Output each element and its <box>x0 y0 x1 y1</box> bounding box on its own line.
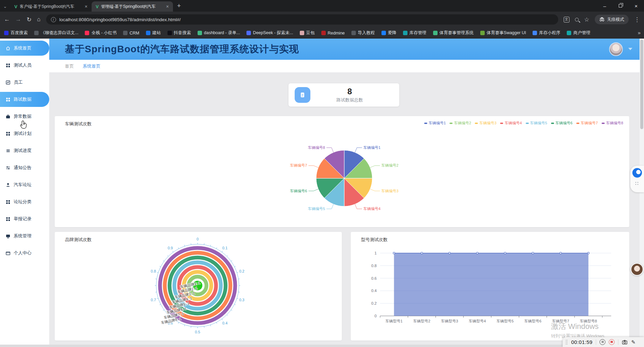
bookmark-favicon-icon <box>351 31 356 35</box>
assistant-logo-icon[interactable] <box>632 168 642 178</box>
sidebar-item-通知公告[interactable]: 通知公告 <box>0 160 49 175</box>
list-icon <box>5 148 11 153</box>
avatar-dropdown-caret-icon[interactable] <box>628 48 632 50</box>
floating-avatar[interactable] <box>631 263 643 276</box>
bookmark-label: 《聊斋志异白话文... <box>41 30 78 36</box>
minimize-button[interactable]: – <box>597 0 613 12</box>
tab-search-chevron-icon[interactable]: ⌄ <box>0 4 10 12</box>
bookmark-item[interactable]: 库存管理 <box>403 30 427 36</box>
home-icon[interactable]: ⌂ <box>37 16 40 23</box>
bookmark-item[interactable]: DeepSeek - 探索未... <box>246 30 293 36</box>
legend-item[interactable]: 车辆编号3 <box>475 121 496 126</box>
stop-icon[interactable] <box>609 339 615 345</box>
extension-widget[interactable] <box>630 166 644 192</box>
bookmark-label: 商户管理 <box>573 30 590 36</box>
tab-title: 客户端-基于SpringBoot的汽车 <box>20 4 82 10</box>
sidebar-item-论坛分类[interactable]: 论坛分类 <box>0 194 49 209</box>
bookmark-item[interactable]: 体育赛事管理系统 <box>433 30 474 36</box>
translate-icon[interactable]: 文 <box>564 17 569 23</box>
recording-time: 00:01:59 <box>571 339 592 345</box>
breadcrumb-current[interactable]: 系统首页 <box>83 63 100 69</box>
svg-text:车辆型号6: 车辆型号6 <box>524 319 541 323</box>
sidebar-item-label: 员工 <box>14 79 23 85</box>
forward-icon[interactable]: → <box>15 16 21 23</box>
page-scrollbar[interactable] <box>640 39 644 347</box>
legend-item[interactable]: 车辆编号6 <box>551 121 573 126</box>
pie-legend: 车辆编号1车辆编号2车辆编号3车辆编号4车辆编号5车辆编号6车辆编号7车辆编号8 <box>424 121 623 126</box>
bookmark-item[interactable]: 爱降 <box>381 30 397 36</box>
page-title: 基于SpringBoot的汽车路试数据管理系统设计与实现 <box>65 43 299 56</box>
tab-close-icon[interactable]: × <box>165 4 170 9</box>
bookmarks-overflow-icon[interactable]: » <box>638 30 641 36</box>
bookmark-item[interactable]: 全栈 - 小红书 <box>85 30 117 36</box>
new-tab-button[interactable]: + <box>173 2 186 12</box>
bookmark-item[interactable]: 建站 <box>146 30 161 36</box>
sidebar-item-系统首页[interactable]: 系统首页 <box>0 41 49 56</box>
sidebar-item-举报记录[interactable]: 举报记录 <box>0 211 49 226</box>
bookmark-item[interactable]: 库存小程序 <box>533 30 561 36</box>
legend-marker-icon <box>500 123 503 124</box>
sidebar-item-测试进度[interactable]: 测试进度 <box>0 143 49 158</box>
legend-marker-icon <box>551 123 554 124</box>
bookmark-item[interactable]: dashboard - 录单... <box>198 30 240 36</box>
tab-close-icon[interactable]: × <box>84 4 88 9</box>
user-avatar[interactable] <box>609 42 623 56</box>
stats-value: 8 <box>310 87 389 96</box>
drag-handle[interactable] <box>565 339 568 345</box>
restore-button[interactable] <box>613 0 628 12</box>
bookmark-item[interactable]: 抖音搜索 <box>167 30 191 36</box>
bookmark-item[interactable]: 商户管理 <box>567 30 590 36</box>
bookmark-item[interactable]: Redmine <box>321 31 345 36</box>
bookmark-item[interactable]: 豆包 <box>300 30 315 36</box>
camera-icon[interactable] <box>622 339 628 345</box>
legend-marker-icon <box>424 123 427 124</box>
url-text[interactable]: localhost:8080/springboot9859us78/admin/… <box>59 17 181 22</box>
bookmark-star-icon[interactable]: ☆ <box>584 16 589 23</box>
browser-tab[interactable]: V客户端-基于SpringBoot的汽车× <box>10 1 92 12</box>
sidebar-item-汽车论坛[interactable]: 汽车论坛 <box>0 177 49 192</box>
sidebar-item-系统管理[interactable]: 系统管理 <box>0 228 49 244</box>
bookmark-item[interactable]: CRM <box>123 31 139 36</box>
bookmark-label: CRM <box>130 31 139 36</box>
legend-item[interactable]: 车辆编号5 <box>526 121 547 126</box>
panel-vehicle-tests: 车辆测试次数 车辆编号1车辆编号2车辆编号3车辆编号4车辆编号5车辆编号6车辆编… <box>55 116 629 227</box>
site-info-icon[interactable]: i <box>51 17 56 22</box>
svg-text:车辆型号3: 车辆型号3 <box>441 319 458 323</box>
legend-item[interactable]: 车辆编号2 <box>450 121 471 126</box>
bookmark-label: 抖音搜索 <box>174 30 191 36</box>
bookmark-item[interactable]: 《聊斋志异白话文... <box>34 30 78 36</box>
grid-icon <box>5 63 11 68</box>
bookmark-item[interactable]: 体育赛事Swagger UI <box>480 30 526 36</box>
bookmark-favicon-icon <box>198 31 202 35</box>
back-icon[interactable]: ← <box>4 16 10 23</box>
widget-dots-icon[interactable] <box>635 181 639 185</box>
sidebar-item-个人中心[interactable]: 个人中心 <box>0 246 49 261</box>
reload-icon[interactable]: ↻ <box>27 16 31 23</box>
svg-text:0.5: 0.5 <box>195 330 200 334</box>
sidebar-item-路试数据[interactable]: 路试数据 <box>0 92 49 107</box>
legend-marker-icon <box>450 123 453 124</box>
app-header: 基于SpringBoot的汽车路试数据管理系统设计与实现 <box>49 39 644 60</box>
menu-dots-icon[interactable]: ⋮ <box>634 16 640 23</box>
legend-item[interactable]: 车辆编号1 <box>424 121 446 126</box>
sidebar-item-员工[interactable]: 员工 <box>0 75 49 90</box>
bookmark-favicon-icon <box>246 31 251 35</box>
breadcrumb-home[interactable]: 首页 <box>65 63 74 69</box>
legend-item[interactable]: 车辆编号7 <box>576 121 598 126</box>
close-button[interactable]: × <box>628 0 644 12</box>
zoom-icon[interactable] <box>575 18 579 22</box>
legend-item[interactable]: 车辆编号8 <box>602 121 623 126</box>
bookmark-item[interactable]: 百度搜索 <box>4 30 28 36</box>
sidebar-item-测试人员[interactable]: 测试人员 <box>0 58 49 73</box>
browser-tab[interactable]: V管理端-基于SpringBoot的汽车× <box>92 1 173 12</box>
pencil-icon[interactable]: ✎ <box>631 339 635 345</box>
scrollbar-thumb[interactable] <box>640 40 643 129</box>
address-bar[interactable]: i localhost:8080/springboot9859us78/admi… <box>46 14 558 25</box>
pause-icon[interactable] <box>600 339 605 345</box>
legend-marker-icon <box>526 123 529 124</box>
sidebar: 系统首页测试人员员工路试数据异常数据测试计划测试进度通知公告汽车论坛论坛分类举报… <box>0 39 49 347</box>
breadcrumb: 首页 系统首页 <box>49 60 644 73</box>
bookmark-favicon-icon <box>167 31 172 35</box>
legend-item[interactable]: 车辆编号4 <box>500 121 522 126</box>
bookmark-item[interactable]: 导入教程 <box>351 30 375 36</box>
